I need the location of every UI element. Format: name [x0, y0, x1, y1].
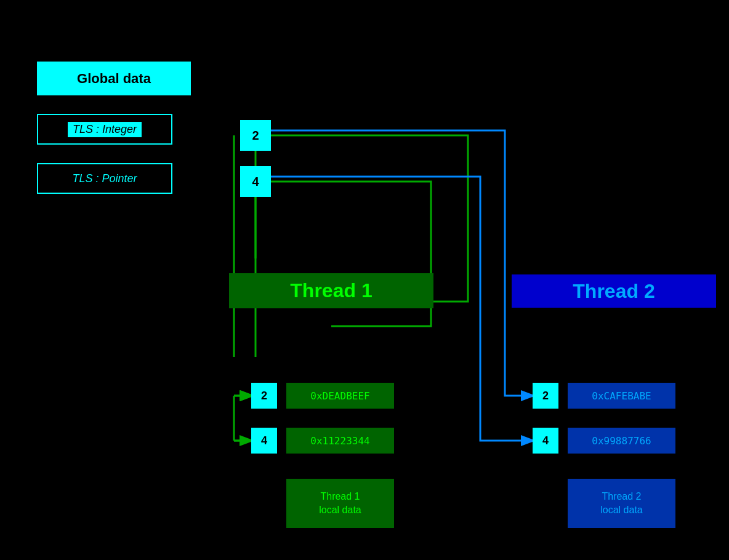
thread2-index-4: 4: [533, 428, 558, 454]
tls-pointer-box: TLS : Pointer: [37, 163, 172, 194]
index-4-left: 4: [240, 166, 271, 197]
thread2-value-1: 0xCAFEBABE: [568, 383, 675, 409]
thread2-local-data: Thread 2local data: [568, 479, 675, 528]
global-data-box: Global data: [37, 62, 191, 95]
thread1-header: Thread 1: [229, 273, 433, 308]
thread1-value-2: 0x11223344: [286, 428, 394, 454]
tls-pointer-label: TLS : Pointer: [72, 172, 137, 185]
index-2-left: 2: [240, 120, 271, 151]
tls-integer-label: TLS : Integer: [68, 122, 142, 137]
thread2-local-label: Thread 2local data: [600, 490, 643, 518]
thread1-value-1: 0xDEADBEEF: [286, 383, 394, 409]
thread2-header: Thread 2: [512, 274, 716, 308]
thread1-index-4: 4: [251, 428, 277, 454]
tls-integer-box: TLS : Integer: [37, 114, 172, 145]
thread1-local-label: Thread 1local data: [319, 490, 361, 518]
thread1-local-data: Thread 1local data: [286, 479, 394, 528]
thread2-index-2: 2: [533, 383, 558, 409]
thread1-index-2: 2: [251, 383, 277, 409]
thread2-value-2: 0x99887766: [568, 428, 675, 454]
